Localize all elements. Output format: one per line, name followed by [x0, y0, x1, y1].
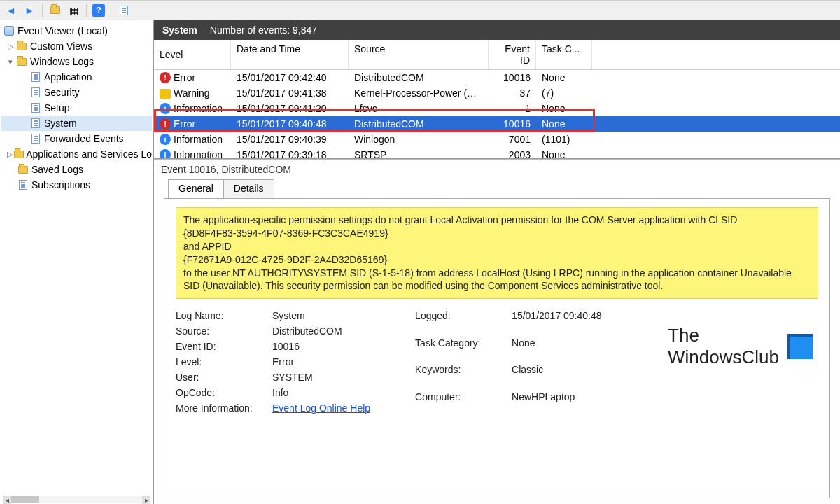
tree-label: Forwarded Events [44, 133, 124, 144]
value-log-name: System [272, 310, 370, 321]
watermark: The WindowsClub [668, 325, 813, 368]
log-icon [31, 72, 40, 82]
col-level[interactable]: Level [154, 40, 231, 69]
scroll-right-icon[interactable]: ▸ [142, 496, 150, 504]
tree-subscriptions[interactable]: Subscriptions [1, 177, 152, 192]
label-opcode: OpCode: [176, 387, 267, 398]
up-button[interactable] [48, 4, 62, 18]
cell-task: (7) [536, 88, 592, 99]
collapse-icon[interactable]: ▾ [6, 57, 15, 66]
event-row[interactable]: iInformation15/01/2017 09:41:20Lfsvc1Non… [154, 101, 840, 116]
message-line: {8D8F4F83-3594-4F07-8369-FC3C3CAE4919} [183, 227, 811, 240]
event-row[interactable]: iInformation15/01/2017 09:39:18SRTSP2003… [154, 147, 840, 158]
event-detail-pane: Event 10016, DistributedCOM General Deta… [154, 159, 840, 504]
properties-button[interactable]: ▦ [66, 4, 80, 18]
label-source: Source: [176, 326, 267, 337]
event-row[interactable]: !Error15/01/2017 09:40:48DistributedCOM1… [154, 116, 840, 132]
label-keywords: Keywords: [415, 364, 506, 387]
cell-date: 15/01/2017 09:39:18 [231, 149, 349, 158]
link-more-info[interactable]: Event Log Online Help [272, 402, 370, 414]
col-task[interactable]: Task C... [536, 40, 592, 69]
folder-icon [14, 150, 24, 158]
expand-icon[interactable]: ▷ [6, 42, 15, 51]
tab-general[interactable]: General [168, 179, 224, 198]
event-row[interactable]: iInformation15/01/2017 09:40:39Winlogon7… [154, 132, 840, 147]
cell-task: None [536, 149, 592, 158]
value-event-id: 10016 [272, 341, 370, 352]
cell-date: 15/01/2017 09:41:20 [231, 103, 349, 114]
label-more-info: More Information: [176, 402, 267, 414]
cell-event-id: 2003 [489, 149, 536, 158]
log-icon [31, 134, 40, 144]
cell-event-id: 10016 [489, 72, 536, 83]
new-window-button[interactable] [117, 4, 131, 18]
info-icon: i [160, 103, 171, 114]
scroll-thumb[interactable] [11, 496, 39, 503]
log-title: System [162, 24, 197, 36]
tab-details[interactable]: Details [223, 179, 274, 198]
log-icon [31, 118, 40, 128]
watermark-line1: The [668, 325, 779, 346]
event-row[interactable]: Warning15/01/2017 09:41:38Kernel-Process… [154, 85, 840, 101]
watermark-line2: WindowsClub [668, 346, 779, 368]
toolbar-separator [86, 4, 87, 17]
folder-icon [17, 58, 27, 66]
error-icon: ! [160, 118, 171, 130]
tree-label: System [44, 118, 77, 129]
cell-source: SRTSP [349, 149, 489, 158]
cell-task: None [536, 118, 592, 130]
cell-task: None [536, 72, 592, 83]
tree-log-forwarded[interactable]: Forwarded Events [1, 131, 152, 146]
event-list-header: Level Date and Time Source Event ID Task… [154, 40, 840, 70]
message-line: The application-specific permission sett… [183, 214, 811, 227]
cell-source: Winlogon [349, 134, 489, 145]
label-log-name: Log Name: [176, 310, 267, 321]
detail-title: Event 10016, DistributedCOM [154, 160, 840, 179]
cell-source: Lfsvc [349, 103, 489, 114]
event-viewer-icon [4, 26, 14, 36]
event-row[interactable]: !Error15/01/2017 09:42:40DistributedCOM1… [154, 70, 840, 85]
scroll-left-icon[interactable]: ◂ [3, 496, 11, 504]
event-count: Number of events: 9,847 [210, 24, 317, 36]
value-opcode: Info [272, 387, 370, 398]
forward-button[interactable]: ► [22, 4, 36, 18]
tree-label: Event Viewer (Local) [18, 25, 108, 36]
label-logged: Logged: [415, 310, 506, 333]
event-viewer-window: ◄ ► ▦ ? Event Viewer (Local) ▷ Custom Vi… [0, 0, 840, 504]
tree-log-system[interactable]: System [1, 115, 152, 131]
folder-icon [17, 43, 27, 50]
toolbar-separator [111, 4, 111, 17]
col-event-id[interactable]: Event ID [489, 40, 536, 69]
log-header: System Number of events: 9,847 [154, 20, 840, 40]
info-icon: i [160, 134, 171, 145]
cell-source: DistributedCOM [349, 72, 489, 83]
tree-label: Setup [44, 102, 70, 113]
back-button[interactable]: ◄ [4, 4, 18, 18]
label-computer: Computer: [415, 391, 506, 414]
tree-label: Security [44, 87, 80, 98]
toolbar: ◄ ► ▦ ? [0, 1, 840, 20]
col-source[interactable]: Source [349, 40, 489, 69]
help-button[interactable]: ? [92, 4, 105, 17]
tree-root[interactable]: Event Viewer (Local) [1, 23, 152, 38]
tree-label: Application [44, 71, 92, 83]
col-date[interactable]: Date and Time [231, 40, 349, 69]
expand-icon[interactable]: ▷ [6, 150, 13, 159]
tree-custom-views[interactable]: ▷ Custom Views [1, 38, 152, 54]
cell-event-id: 10016 [489, 118, 536, 130]
subscriptions-icon [19, 180, 27, 190]
tree-saved-logs[interactable]: Saved Logs [1, 162, 152, 177]
sidebar-scrollbar[interactable]: ◂ ▸ [3, 496, 150, 504]
toolbar-separator [42, 4, 43, 17]
label-task-category: Task Category: [415, 337, 506, 360]
cell-level: Error [174, 118, 195, 130]
tree-log-setup[interactable]: Setup [1, 100, 152, 115]
cell-event-id: 37 [489, 88, 536, 99]
tree-apps-services[interactable]: ▷ Applications and Services Lo [1, 146, 152, 162]
label-user: User: [176, 372, 267, 383]
window-icon [120, 6, 128, 15]
tree-log-application[interactable]: Application [1, 69, 152, 85]
tree-log-security[interactable]: Security [1, 85, 152, 100]
tree-windows-logs[interactable]: ▾ Windows Logs [1, 54, 152, 69]
cell-task: (1101) [536, 134, 592, 145]
